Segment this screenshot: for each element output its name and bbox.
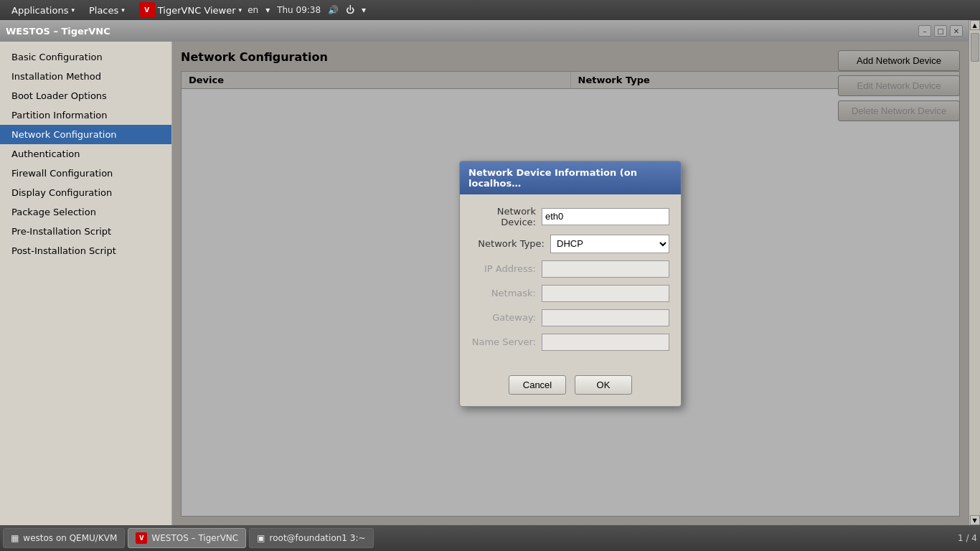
applications-arrow-icon: ▾ [71,6,75,14]
netmask-row: Netmask: [471,285,669,302]
main-area: Network Configuration Device Network Typ… [172,42,969,525]
main-window: WESTOS – TigerVNC – □ ✕ Basic Configurat… [0,20,969,525]
gateway-label: Gateway: [471,312,542,323]
vnc-task-icon: V [136,532,147,544]
places-arrow-icon: ▾ [121,6,125,14]
window-titlebar: WESTOS – TigerVNC – □ ✕ [0,20,969,42]
ip-address-row: IP Address: [471,260,669,278]
applications-label: Applications [11,5,68,16]
ip-address-label: IP Address: [471,263,542,274]
lang-arrow-icon: ▾ [265,5,270,15]
dialog-buttons: Cancel OK [460,369,681,406]
page-info: 1 / 4 [958,533,977,543]
netmask-input[interactable] [542,285,669,302]
scroll-down-arrow[interactable]: ▼ [970,515,980,525]
app-content: Basic Configuration Installation Method … [0,42,969,525]
places-menu[interactable]: Places ▾ [83,4,131,17]
cancel-button[interactable]: Cancel [509,375,566,395]
netmask-label: Netmask: [471,288,542,298]
sidebar-item-basic-configuration[interactable]: Basic Configuration [0,47,171,67]
network-type-row: Network Type: DHCP Static [471,235,669,253]
scroll-up-arrow[interactable]: ▲ [970,20,980,30]
dialog-title: Network Device Information (on localhos… [460,161,681,194]
sidebar-item-network-configuration[interactable]: Network Configuration [0,125,171,144]
sidebar-item-boot-loader-options[interactable]: Boot Loader Options [0,86,171,105]
network-device-input[interactable] [542,208,669,225]
network-type-label: Network Type: [471,238,550,249]
sidebar-item-firewall-configuration[interactable]: Firewall Configuration [0,164,171,183]
taskbar-item-terminal[interactable]: ▣ root@foundation1 3:~ [249,528,373,548]
network-device-dialog: Network Device Information (on localhos…… [459,161,682,407]
sidebar-item-authentication[interactable]: Authentication [0,144,171,164]
vnc-icon: V [139,2,155,18]
applications-menu[interactable]: Applications ▾ [6,4,80,17]
close-button[interactable]: ✕ [950,25,963,37]
network-type-select[interactable]: DHCP Static [550,235,669,253]
taskbar-item-qemu[interactable]: ▦ westos on QEMU/KVM [3,528,125,548]
sidebar-item-partition-information[interactable]: Partition Information [0,105,171,125]
window-title: WESTOS – TigerVNC [6,26,110,37]
terminal-icon: ▣ [257,533,265,543]
sidebar: Basic Configuration Installation Method … [0,42,172,525]
taskbar-item-vnc[interactable]: V WESTOS – TigerVNC [128,528,246,548]
scrollbar[interactable]: ▲ ▼ [969,20,980,525]
name-server-row: Name Server: [471,334,669,351]
dialog-overlay: Network Device Information (on localhos…… [172,42,969,525]
sidebar-item-pre-installation-script[interactable]: Pre-Installation Script [0,222,171,241]
volume-icon[interactable]: 🔊 [328,5,339,15]
name-server-input[interactable] [542,334,669,351]
sidebar-item-display-configuration[interactable]: Display Configuration [0,183,171,202]
places-label: Places [89,5,118,16]
language-indicator[interactable]: en [248,5,258,15]
taskbar: ▦ westos on QEMU/KVM V WESTOS – TigerVNC… [0,525,980,551]
vnc-label: TigerVNC Viewer [158,5,236,16]
network-device-label: Network Device: [471,206,542,227]
scroll-thumb[interactable] [971,33,979,62]
vnc-viewer-menu[interactable]: V TigerVNC Viewer ▾ [133,1,248,19]
qemu-icon: ▦ [11,533,19,543]
window-controls: – □ ✕ [918,25,963,37]
power-icon[interactable]: ⏻ [346,5,354,15]
vnc-task-label: WESTOS – TigerVNC [151,533,238,543]
minimize-button[interactable]: – [918,25,931,37]
power-arrow-icon: ▾ [362,5,366,15]
clock: Thu 09:38 [277,5,321,15]
name-server-label: Name Server: [471,336,542,347]
network-device-row: Network Device: [471,206,669,227]
topbar: Applications ▾ Places ▾ V TigerVNC Viewe… [0,0,980,20]
ip-address-input[interactable] [542,260,669,278]
gateway-input[interactable] [542,309,669,326]
sidebar-item-package-selection[interactable]: Package Selection [0,202,171,222]
terminal-label: root@foundation1 3:~ [270,533,366,543]
sidebar-item-post-installation-script[interactable]: Post-Installation Script [0,241,171,260]
qemu-label: westos on QEMU/KVM [23,533,117,543]
maximize-button[interactable]: □ [934,25,947,37]
gateway-row: Gateway: [471,309,669,326]
vnc-arrow-icon: ▾ [239,6,242,14]
ok-button[interactable]: OK [575,375,632,395]
taskbar-right: 1 / 4 [958,533,977,543]
sidebar-item-installation-method[interactable]: Installation Method [0,67,171,86]
dialog-body: Network Device: Network Type: DHCP Stati… [460,194,681,369]
